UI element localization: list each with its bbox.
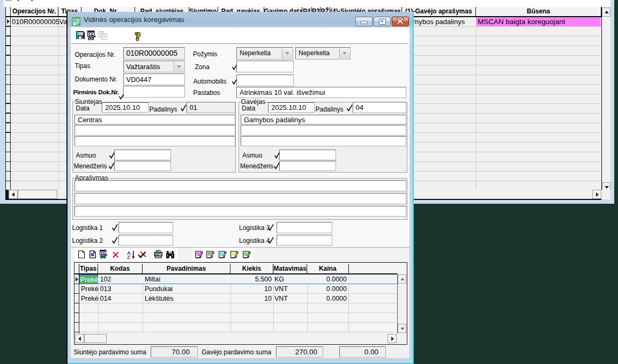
svg-text:Z: Z — [127, 254, 130, 259]
